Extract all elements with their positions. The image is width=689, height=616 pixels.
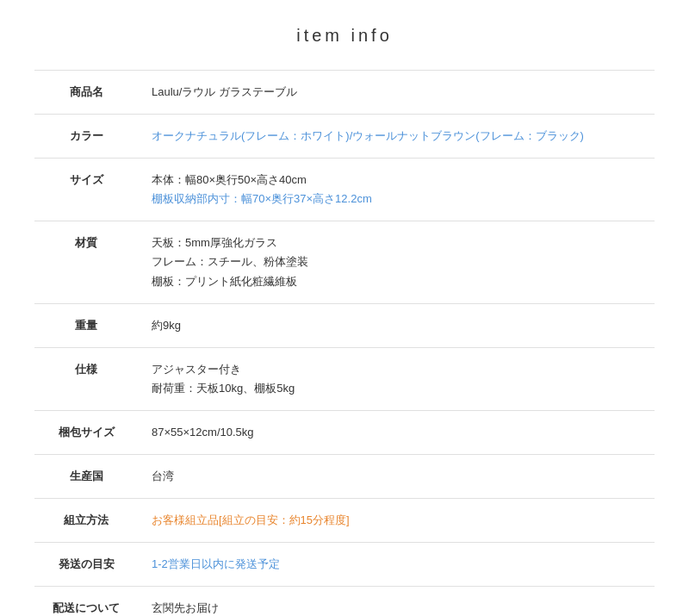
table-row: サイズ本体：幅80×奥行50×高さ40cm棚板収納部内寸：幅70×奥行37×高さ… xyxy=(34,159,655,221)
value-text: 天板：5mm厚強化ガラス xyxy=(152,233,641,252)
value-text: 棚板収納部内寸：幅70×奥行37×高さ12.2cm xyxy=(152,190,641,208)
value-text: 耐荷重：天板10kg、棚板5kg xyxy=(152,379,641,398)
table-row: カラーオークナチュラル(フレーム：ホワイト)/ウォールナットブラウン(フレーム：… xyxy=(34,115,655,159)
value-text: 約9kg xyxy=(152,319,181,332)
label-cell: 重量 xyxy=(34,303,138,347)
label-cell: 発送の目安 xyxy=(34,543,138,587)
page-title: item info xyxy=(34,17,655,46)
value-cell: お客様組立品[組立の目安：約15分程度] xyxy=(138,499,655,543)
value-text: アジャスター付き xyxy=(152,360,641,379)
table-row: 梱包サイズ87×55×12cm/10.5kg xyxy=(34,410,655,454)
table-row: 商品名Laulu/ラウル ガラステーブル xyxy=(34,71,655,115)
value-cell: アジャスター付き耐荷重：天板10kg、棚板5kg xyxy=(138,347,655,410)
label-cell: 組立方法 xyxy=(34,499,138,543)
label-cell: 梱包サイズ xyxy=(34,410,138,454)
value-cell: 台湾 xyxy=(138,455,655,499)
value-cell: 玄関先お届け配達日時指定可 xyxy=(138,587,655,616)
label-cell: カラー xyxy=(34,115,138,159)
value-text: Laulu/ラウル ガラステーブル xyxy=(152,85,297,98)
value-cell: 本体：幅80×奥行50×高さ40cm棚板収納部内寸：幅70×奥行37×高さ12.… xyxy=(138,159,655,221)
value-text: 87×55×12cm/10.5kg xyxy=(152,426,254,439)
table-row: 重量約9kg xyxy=(34,303,655,347)
value-cell: 天板：5mm厚強化ガラスフレーム：スチール、粉体塗装棚板：プリント紙化粧繊維板 xyxy=(138,221,655,303)
value-text: 棚板：プリント紙化粧繊維板 xyxy=(152,272,641,291)
value-cell: 約9kg xyxy=(138,303,655,347)
value-text: お客様組立品[組立の目安：約15分程度] xyxy=(152,513,350,526)
label-cell: 仕様 xyxy=(34,347,138,410)
value-text: 台湾 xyxy=(152,470,174,482)
value-text: 1-2営業日以内に発送予定 xyxy=(152,557,280,570)
value-text: フレーム：スチール、粉体塗装 xyxy=(152,252,641,271)
value-text: 玄関先お届け xyxy=(152,599,641,616)
value-text: 本体：幅80×奥行50×高さ40cm xyxy=(152,171,641,190)
table-row: 生産国台湾 xyxy=(34,455,655,499)
info-table: 商品名Laulu/ラウル ガラステーブルカラーオークナチュラル(フレーム：ホワイ… xyxy=(34,70,655,616)
label-cell: サイズ xyxy=(34,159,138,221)
table-row: 発送の目安1-2営業日以内に発送予定 xyxy=(34,543,655,587)
value-cell: 87×55×12cm/10.5kg xyxy=(138,410,655,454)
value-text: オークナチュラル(フレーム：ホワイト)/ウォールナットブラウン(フレーム：ブラッ… xyxy=(152,129,584,142)
table-row: 仕様アジャスター付き耐荷重：天板10kg、棚板5kg xyxy=(34,347,655,410)
table-row: 組立方法お客様組立品[組立の目安：約15分程度] xyxy=(34,499,655,543)
table-row: 配送について玄関先お届け配達日時指定可 xyxy=(34,587,655,616)
label-cell: 生産国 xyxy=(34,455,138,499)
label-cell: 材質 xyxy=(34,221,138,303)
page-container: item info 商品名Laulu/ラウル ガラステーブルカラーオークナチュラ… xyxy=(0,0,689,616)
value-cell: オークナチュラル(フレーム：ホワイト)/ウォールナットブラウン(フレーム：ブラッ… xyxy=(138,115,655,159)
value-cell: 1-2営業日以内に発送予定 xyxy=(138,543,655,587)
label-cell: 商品名 xyxy=(34,71,138,115)
table-row: 材質天板：5mm厚強化ガラスフレーム：スチール、粉体塗装棚板：プリント紙化粧繊維… xyxy=(34,221,655,303)
label-cell: 配送について xyxy=(34,587,138,616)
value-cell: Laulu/ラウル ガラステーブル xyxy=(138,71,655,115)
